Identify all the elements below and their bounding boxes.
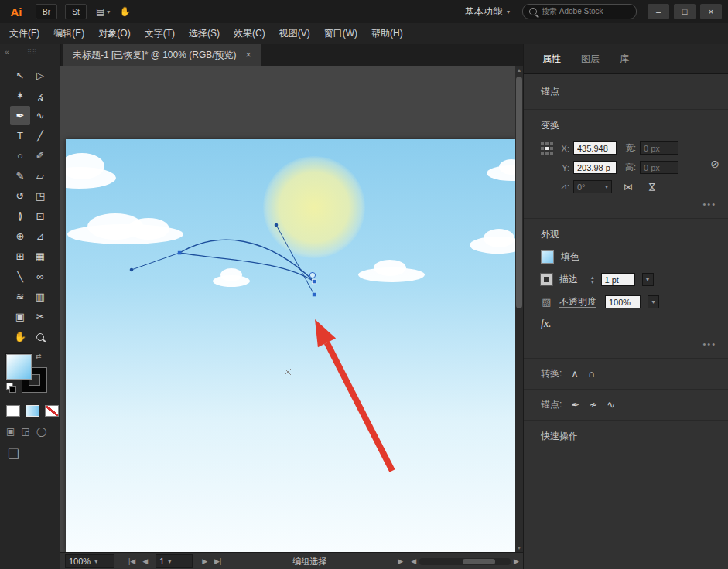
color-button[interactable] xyxy=(6,405,20,417)
line-segment-tool[interactable]: ╱ xyxy=(30,126,50,145)
gradient-button[interactable] xyxy=(26,405,39,417)
swap-fill-stroke-icon[interactable]: ⇄ xyxy=(36,353,42,360)
perspective-grid-tool[interactable]: ⊿ xyxy=(30,227,50,246)
y-input[interactable] xyxy=(573,161,617,174)
magic-wand-tool[interactable]: ✶ xyxy=(10,86,30,105)
pen-tool[interactable]: ✒ xyxy=(10,106,30,125)
column-graph-tool[interactable]: ▥ xyxy=(30,287,50,306)
paintbrush-tool[interactable]: ✐ xyxy=(30,146,50,165)
next-artboard-button[interactable]: ▶ xyxy=(202,557,207,565)
height-input[interactable] xyxy=(640,161,678,174)
menu-effect[interactable]: 效果(C) xyxy=(234,27,265,40)
bridge-button[interactable]: Br xyxy=(36,4,57,19)
menu-edit[interactable]: 编辑(E) xyxy=(53,27,84,40)
menu-help[interactable]: 帮助(H) xyxy=(371,27,403,40)
flip-vertical-icon[interactable]: ⋈ xyxy=(647,182,658,192)
stroke-weight-stepper[interactable]: ▴ ▾ xyxy=(591,275,594,284)
blend-tool[interactable]: ∞ xyxy=(30,267,50,286)
stock-button[interactable]: St xyxy=(65,4,87,19)
appearance-more-options[interactable]: ••• xyxy=(541,339,716,349)
ellipse-tool[interactable]: ○ xyxy=(10,146,30,165)
convert-to-corner-icon[interactable]: ∧ xyxy=(571,368,579,380)
reference-point-widget[interactable] xyxy=(541,142,553,155)
menu-object[interactable]: 对象(O) xyxy=(98,27,130,40)
minimize-button[interactable]: – xyxy=(648,4,669,19)
eyedropper-tool[interactable]: ╲ xyxy=(10,267,30,286)
scroll-up-icon[interactable]: ▲ xyxy=(515,67,523,73)
tab-layers[interactable]: 图层 xyxy=(581,53,600,73)
draw-behind-icon[interactable]: ◲ xyxy=(21,426,29,437)
type-tool[interactable]: T xyxy=(10,126,30,145)
screen-mode-button[interactable]: ❏ xyxy=(8,446,60,462)
stepper-down-icon[interactable]: ▾ xyxy=(591,280,594,284)
pen-path[interactable] xyxy=(130,223,316,297)
cut-path-icon[interactable]: ≁ xyxy=(589,399,597,411)
curvature-tool[interactable]: ∿ xyxy=(30,106,50,125)
document-tab[interactable]: 未标题-1 [已恢复]* @ 100% (RGB/预览) × xyxy=(63,44,261,66)
tab-properties[interactable]: 属性 xyxy=(542,53,561,73)
eraser-tool[interactable]: ▱ xyxy=(30,166,50,186)
stroke-weight-dropdown[interactable]: ▾ xyxy=(642,273,654,286)
menu-window[interactable]: 窗口(W) xyxy=(324,27,357,40)
vertical-scrollbar[interactable]: ▲ ▼ xyxy=(515,66,523,552)
opacity-input[interactable] xyxy=(605,295,641,308)
menu-view[interactable]: 视图(V) xyxy=(279,27,310,40)
remove-anchor-icon[interactable]: ✒ xyxy=(571,399,579,411)
rotation-angle-combo[interactable]: 0° ▾ xyxy=(573,180,612,193)
status-menu-arrow-icon[interactable]: ▶ xyxy=(398,557,403,565)
scroll-left-icon[interactable]: ◀ xyxy=(411,557,416,565)
scroll-down-icon[interactable]: ▼ xyxy=(515,545,523,550)
tab-libraries[interactable]: 库 xyxy=(620,53,629,73)
x-input[interactable] xyxy=(573,141,617,155)
draw-inside-icon[interactable]: ◯ xyxy=(36,426,46,437)
hand-tool[interactable]: ✋ xyxy=(10,327,30,346)
gradient-tool[interactable]: ▦ xyxy=(30,247,50,266)
rotate-tool[interactable]: ↺ xyxy=(10,186,30,206)
width-tool[interactable]: ≬ xyxy=(10,206,30,226)
constrain-proportions-icon[interactable]: ⊘ xyxy=(710,158,719,170)
tab-close-icon[interactable]: × xyxy=(246,49,251,60)
fill-color-swatch[interactable] xyxy=(541,250,554,264)
mesh-tool[interactable]: ⊞ xyxy=(10,247,30,266)
fill-stroke-widget[interactable]: ⇄ xyxy=(6,354,50,394)
arrange-documents-button[interactable]: ▤ ▾ xyxy=(96,6,110,17)
free-transform-tool[interactable]: ⊡ xyxy=(30,206,50,226)
vertical-scroll-thumb[interactable] xyxy=(516,77,522,308)
artboard-number-combo[interactable]: 1 ▾ xyxy=(156,554,193,568)
slice-tool[interactable]: ✂ xyxy=(30,307,50,326)
horizontal-scroll-thumb[interactable] xyxy=(463,559,495,564)
opacity-label[interactable]: 不透明度 xyxy=(559,295,596,308)
symbol-sprayer-tool[interactable]: ≋ xyxy=(10,287,30,306)
scroll-right-icon[interactable]: ▶ xyxy=(514,557,519,565)
fill-swatch[interactable] xyxy=(6,354,32,380)
workspace-switcher[interactable]: 基本功能 ▾ xyxy=(465,5,510,19)
selection-tool[interactable]: ↖ xyxy=(10,66,30,85)
fx-button[interactable]: fx. xyxy=(541,318,552,330)
flip-horizontal-icon[interactable]: ⋈ xyxy=(624,182,633,193)
artboard-tool[interactable]: ▣ xyxy=(10,307,30,326)
close-button[interactable]: × xyxy=(700,4,722,19)
opacity-dropdown[interactable]: ▾ xyxy=(648,295,659,308)
first-artboard-button[interactable]: |◀ xyxy=(128,557,135,565)
shape-builder-tool[interactable]: ⊕ xyxy=(10,227,30,246)
stroke-color-swatch[interactable] xyxy=(541,274,552,285)
draw-normal-icon[interactable]: ▣ xyxy=(6,426,15,437)
scale-tool[interactable]: ◳ xyxy=(30,186,50,206)
stock-search-input[interactable]: 搜索 Adobe Stock xyxy=(522,4,637,19)
maximize-button[interactable]: □ xyxy=(674,4,696,19)
menu-type[interactable]: 文字(T) xyxy=(145,27,175,40)
horizontal-scrollbar[interactable] xyxy=(419,558,511,565)
convert-to-smooth-icon[interactable]: ∩ xyxy=(588,368,595,380)
direct-selection-tool[interactable]: ▷ xyxy=(30,66,50,85)
zoom-level-combo[interactable]: 100% ▾ xyxy=(65,554,114,568)
stroke-weight-input[interactable] xyxy=(601,273,635,286)
none-button[interactable] xyxy=(45,405,59,417)
panel-grip-icon[interactable]: ⠿⠿ xyxy=(9,49,56,56)
previous-artboard-button[interactable]: ◀ xyxy=(142,557,148,565)
default-fill-stroke-icon[interactable] xyxy=(6,383,17,392)
transform-more-options[interactable]: ••• xyxy=(541,199,716,209)
menu-file[interactable]: 文件(F) xyxy=(9,27,39,40)
last-artboard-button[interactable]: ▶| xyxy=(214,557,221,565)
zoom-tool[interactable] xyxy=(30,327,50,346)
gesture-button[interactable]: ✋ xyxy=(119,6,131,17)
